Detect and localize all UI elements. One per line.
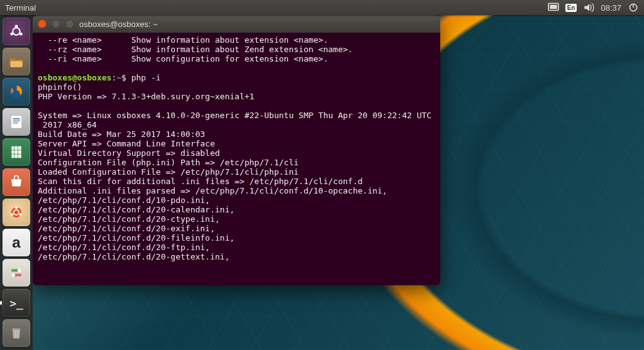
top-panel: Terminal En 08:37	[0, 0, 644, 15]
svg-point-17	[11, 213, 13, 216]
svg-point-19	[18, 269, 21, 273]
launcher-amazon[interactable]: a	[3, 229, 30, 256]
launcher-system-settings[interactable]	[3, 259, 30, 287]
clock[interactable]: 08:37	[601, 3, 621, 13]
svg-rect-9	[13, 118, 19, 119]
terminal-content[interactable]: --re <name> Show information about exten…	[33, 33, 440, 285]
amazon-logo-icon: a	[12, 234, 20, 251]
svg-rect-22	[13, 329, 21, 330]
svg-point-16	[19, 213, 21, 216]
terminal-title: osboxes@osboxes: ~	[79, 19, 158, 29]
power-icon[interactable]	[628, 2, 639, 13]
unity-launcher: a >_	[0, 15, 33, 350]
svg-point-3	[13, 28, 19, 35]
terminal-icon: >_	[9, 297, 23, 310]
launcher-dash[interactable]	[3, 18, 30, 45]
launcher-files[interactable]	[3, 48, 30, 75]
svg-point-21	[11, 273, 15, 277]
launcher-libreoffice-writer[interactable]	[3, 108, 30, 136]
terminal-titlebar[interactable]: osboxes@osboxes: ~	[33, 15, 440, 33]
launcher-software-center[interactable]	[3, 168, 30, 196]
launcher-ubuntu-help[interactable]	[3, 199, 30, 226]
launcher-trash[interactable]	[3, 319, 30, 347]
window-close-button[interactable]	[38, 19, 47, 28]
svg-rect-1	[550, 5, 557, 9]
terminal-window: osboxes@osboxes: ~ --re <name> Show info…	[33, 15, 440, 285]
window-maximize-button[interactable]	[65, 19, 74, 28]
volume-icon[interactable]	[583, 2, 594, 13]
svg-rect-8	[11, 116, 21, 128]
launcher-terminal[interactable]: >_	[3, 289, 30, 317]
screen-icon[interactable]	[548, 2, 559, 13]
active-app-title: Terminal	[5, 3, 36, 13]
svg-point-6	[10, 33, 13, 36]
launcher-libreoffice-calc[interactable]	[3, 138, 30, 166]
keyboard-lang-indicator[interactable]: En	[565, 4, 577, 12]
svg-rect-10	[13, 121, 19, 122]
svg-point-4	[15, 25, 18, 28]
svg-rect-11	[13, 123, 18, 124]
svg-point-5	[19, 33, 23, 36]
launcher-firefox[interactable]	[3, 78, 30, 106]
window-minimize-button[interactable]	[52, 19, 60, 28]
svg-rect-12	[11, 146, 21, 158]
svg-point-15	[15, 207, 18, 209]
